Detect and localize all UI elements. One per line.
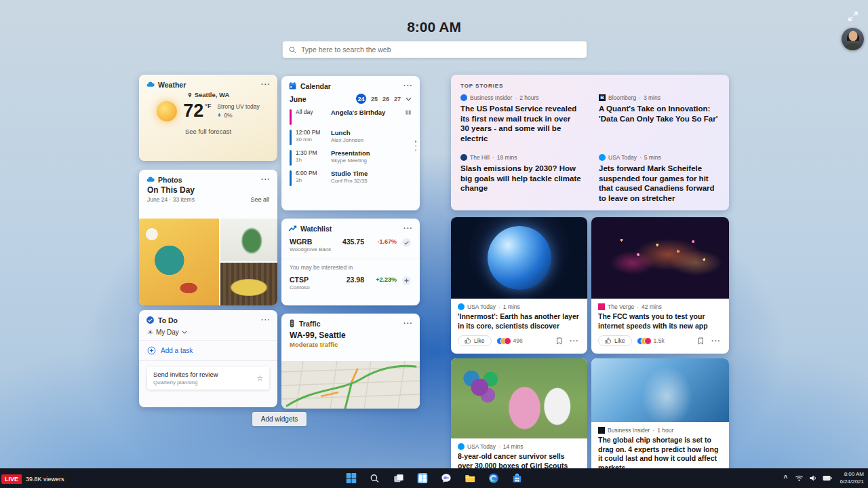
todo-widget[interactable]: To Do ··· ☀ My Day Add a task Send invit… xyxy=(139,310,277,407)
chevron-down-icon xyxy=(182,331,187,334)
search-icon xyxy=(289,46,296,54)
more-icon[interactable]: ··· xyxy=(403,83,413,88)
news-story[interactable]: B Bloomberg · 3 mins A Quant's Take on I… xyxy=(599,94,719,144)
presenter-avatar xyxy=(842,28,864,50)
calendar-widget[interactable]: Calendar ··· June 24 25 26 27 All day An… xyxy=(281,76,420,210)
add-task-button[interactable]: Add a task xyxy=(139,341,277,361)
start-button[interactable] xyxy=(342,470,360,487)
sun-icon: ☀ xyxy=(147,329,153,336)
see-all-link[interactable]: See all xyxy=(250,196,269,203)
card-more-button[interactable]: ··· xyxy=(568,337,580,345)
earth-globe-illustration xyxy=(488,226,551,290)
photo-thumbnail[interactable] xyxy=(220,263,277,305)
us-map-lights-photo xyxy=(591,217,729,299)
calendar-event[interactable]: 1:30 PM1h PresentationSkype Meeting xyxy=(290,149,412,166)
widgets-button[interactable] xyxy=(414,470,431,487)
watchlist-suggestion-label: You may be interested in xyxy=(281,259,420,271)
traffic-map[interactable] xyxy=(281,361,420,409)
chevron-down-icon[interactable] xyxy=(406,97,412,101)
pip-expand-button[interactable] xyxy=(848,11,859,24)
news-story[interactable]: The Hill · 18 mins Slash emissions by 20… xyxy=(460,154,581,204)
volume-icon[interactable] xyxy=(809,474,817,482)
stock-row[interactable]: WGRBWoodgrove Bank 435.75 -1.67% xyxy=(281,238,420,252)
tray-overflow-button[interactable]: ^ xyxy=(782,474,790,482)
story-headline: Jets forward Mark Scheifele suspended fo… xyxy=(599,164,719,204)
weather-condition: Strong UV today xyxy=(217,102,259,111)
photo-collage[interactable] xyxy=(139,219,277,305)
card-headline: 'Innermost': Earth has another layer in … xyxy=(458,312,580,331)
star-icon[interactable]: ☆ xyxy=(256,374,263,383)
taskbar-search-button[interactable] xyxy=(366,470,384,487)
stock-row[interactable]: CTSPContoso 23.98 +2.23% xyxy=(281,276,420,290)
bookmark-button[interactable] xyxy=(696,336,705,346)
more-icon[interactable]: ··· xyxy=(261,177,271,182)
more-icon[interactable]: ··· xyxy=(403,226,413,231)
task-item[interactable]: Send invites for reviewQuarterly plannin… xyxy=(147,367,269,390)
more-icon[interactable]: ··· xyxy=(261,82,271,87)
wifi-icon[interactable] xyxy=(795,474,804,482)
news-card[interactable]: USA Today · 1 mins 'Innermost': Earth ha… xyxy=(451,217,587,354)
see-full-forecast-link[interactable]: See full forecast xyxy=(139,128,277,135)
news-story[interactable]: Business Insider · 2 hours The US Postal… xyxy=(460,94,581,144)
reaction-cluster: 496 xyxy=(496,337,523,345)
search-input[interactable] xyxy=(301,45,580,54)
weather-widget[interactable]: Weather ··· Seattle, WA 72°F Strong UV t… xyxy=(139,75,277,161)
usa-today-icon xyxy=(458,303,465,310)
traffic-status: Moderate traffic xyxy=(281,340,420,348)
widget-title: Traffic xyxy=(299,320,321,328)
edge-browser-icon xyxy=(488,473,498,483)
photo-thumbnail[interactable] xyxy=(220,219,277,261)
store-button[interactable] xyxy=(509,470,526,487)
todo-icon xyxy=(146,316,155,324)
tray-clock[interactable]: 8:00 AM 6/24/2021 xyxy=(837,471,864,486)
event-color-bar xyxy=(290,109,292,125)
news-story[interactable]: USA Today · 5 mins Jets forward Mark Sch… xyxy=(599,154,719,204)
calendar-date[interactable]: 27 xyxy=(394,96,401,102)
calendar-date-selected[interactable]: 24 xyxy=(356,94,366,104)
news-card[interactable]: The Verge · 42 mins The FCC wants you to… xyxy=(591,217,729,354)
top-stories-panel[interactable]: TOP STORIES Business Insider · 2 hours T… xyxy=(451,75,729,210)
file-explorer-button[interactable] xyxy=(461,470,479,487)
live-badge: LIVE 39.8K viewers xyxy=(1,474,68,484)
card-more-button[interactable]: ··· xyxy=(710,337,722,345)
task-view-button[interactable] xyxy=(390,470,408,487)
precipitation: 0% xyxy=(217,111,259,120)
calendar-event[interactable]: 6:00 PM3h Studio TimeConf Rm 32/35 xyxy=(290,170,412,186)
calendar-event[interactable]: All day Angela's Birthday xyxy=(290,109,412,125)
more-icon[interactable]: ··· xyxy=(261,318,271,322)
calendar-month: June xyxy=(290,95,307,103)
usa-today-icon xyxy=(458,443,465,450)
watchlist-widget[interactable]: Watchlist ··· WGRBWoodgrove Bank 435.75 … xyxy=(281,219,420,305)
battery-icon[interactable] xyxy=(823,475,832,481)
tray-date: 6/24/2021 xyxy=(840,478,864,486)
my-day-selector[interactable]: ☀ My Day xyxy=(139,324,277,341)
web-search-bar[interactable] xyxy=(282,41,587,58)
card-headline: The global chip shortage is set to drag … xyxy=(598,436,722,473)
widget-title: Weather xyxy=(158,81,186,89)
like-button[interactable]: Like xyxy=(458,335,492,346)
add-widgets-button[interactable]: Add widgets xyxy=(252,412,307,426)
traffic-widget[interactable]: Traffic ··· WA-99, Seattle Moderate traf… xyxy=(281,314,420,409)
calendar-scroll-dots xyxy=(415,140,417,151)
photos-meta: June 24 · 33 items xyxy=(147,196,195,203)
photo-thumbnail[interactable] xyxy=(139,219,219,305)
edge-button[interactable] xyxy=(485,470,502,487)
photos-widget[interactable]: Photos ··· On This Day June 24 · 33 item… xyxy=(139,170,277,305)
like-button[interactable]: Like xyxy=(598,335,632,346)
calendar-event[interactable]: 12:00 PM30 min LunchAlex Johnson xyxy=(290,129,412,145)
calendar-date[interactable]: 26 xyxy=(382,96,389,102)
more-icon[interactable]: ··· xyxy=(403,321,413,326)
check-circle-icon[interactable] xyxy=(401,238,412,250)
board-clock: 8:00 AM xyxy=(0,19,868,35)
gift-icon xyxy=(405,109,412,115)
chat-button[interactable] xyxy=(437,470,455,487)
tray-time: 8:00 AM xyxy=(840,471,864,478)
microsoft-store-icon xyxy=(513,473,522,483)
traffic-route: WA-99, Seattle xyxy=(281,328,420,340)
add-circle-icon[interactable] xyxy=(401,276,412,288)
the-verge-icon xyxy=(598,303,605,310)
usa-today-icon xyxy=(599,154,606,161)
traffic-light-icon xyxy=(288,319,296,328)
calendar-date[interactable]: 25 xyxy=(371,96,378,102)
bookmark-button[interactable] xyxy=(555,336,564,346)
